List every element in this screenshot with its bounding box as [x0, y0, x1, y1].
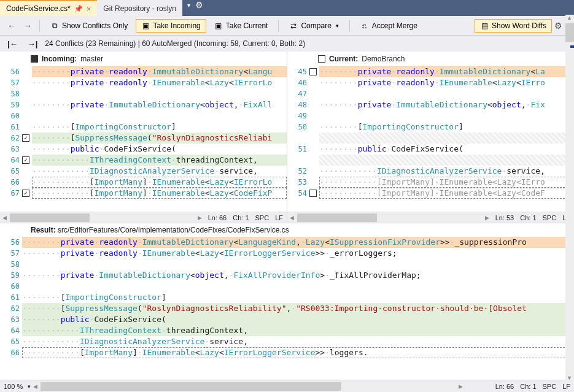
line-content: ········[ImportingConstructor]	[32, 121, 287, 133]
scroll-thumb[interactable]	[10, 213, 90, 222]
show-conflicts-button[interactable]: ⧉Show Conflicts Only	[45, 19, 133, 33]
line-content: ········private·ImmutableDictionary<obje…	[22, 270, 574, 281]
tab-label: Git Repository - roslyn	[103, 4, 176, 13]
accept-merge-button[interactable]: ⎌Accept Merge	[355, 19, 423, 33]
compare-button[interactable]: ⇄Compare▾	[284, 19, 344, 33]
take-current-button[interactable]: ▣Take Current	[209, 19, 274, 33]
select-all-incoming-checkbox[interactable]	[31, 55, 38, 63]
forward-button[interactable]: →	[21, 20, 34, 32]
line-content: ········private·ImmutableDictionary<obje…	[32, 99, 287, 110]
line-content: ········[SuppressMessage("RoslynDiagnost…	[22, 303, 574, 314]
take-incoming-button[interactable]: ▣Take Incoming	[136, 19, 206, 33]
code-line[interactable]: 59········private·ImmutableDictionary<ob…	[0, 99, 287, 110]
scroll-thumb[interactable]	[297, 213, 377, 222]
select-all-current-checkbox[interactable]	[318, 55, 325, 63]
result-path: src/EditorFeatures/Core/Implementation/C…	[58, 226, 289, 234]
hscrollbar[interactable]	[2, 213, 202, 222]
code-line[interactable]: 63········public·CodeFixService(	[0, 144, 287, 155]
incoming-pane: Incoming: master 56········private·reado…	[0, 52, 287, 223]
scroll-thumb[interactable]	[41, 382, 341, 391]
line-content: ············[ImportMany]·IEnumerable<Laz…	[22, 347, 574, 358]
tabs-spacer: ▾ ⚙	[182, 0, 574, 16]
code-line[interactable]: 60	[0, 110, 287, 121]
code-line[interactable]: 56········private·readonly·ImmutableDict…	[0, 237, 574, 248]
code-line[interactable]: 45········private·readonly·ImmutableDict…	[287, 66, 574, 77]
code-line[interactable]: 53············[ImportMany]·IEnumerable<L…	[287, 177, 574, 188]
code-line[interactable]: 46········private·readonly·IEnumerable<L…	[287, 77, 574, 88]
code-line[interactable]: 58	[0, 88, 287, 99]
code-line[interactable]: 62········[SuppressMessage("RoslynDiagno…	[0, 133, 287, 144]
code-line[interactable]: 61········[ImportingConstructor]	[0, 121, 287, 133]
line-checkbox[interactable]	[22, 156, 29, 164]
line-content: ········private·readonly·IEnumerable<Laz…	[32, 77, 287, 88]
code-line[interactable]: 66············[ImportMany]·IEnumerable<L…	[0, 347, 574, 358]
code-line[interactable]: 63········public·CodeFixService(	[0, 314, 574, 325]
gear-icon[interactable]: ⚙	[195, 0, 203, 10]
line-number: 53	[287, 177, 309, 188]
chevron-down-icon[interactable]: ▾	[28, 383, 31, 390]
line-checkbox-col	[309, 68, 319, 75]
first-conflict-button[interactable]: |←	[5, 38, 20, 50]
line-number: 63	[0, 144, 22, 155]
code-line[interactable]: 51········public·CodeFixService(	[287, 144, 574, 155]
code-line[interactable]: 62········[SuppressMessage("RoslynDiagno…	[0, 303, 574, 314]
zoom-level[interactable]: 100 %	[0, 383, 26, 390]
code-line[interactable]	[287, 133, 574, 144]
line-content: ············IDiagnosticAnalyzerService·s…	[319, 166, 574, 177]
code-line[interactable]: 67············[ImportMany]·IEnumerable<L…	[0, 188, 287, 199]
code-line[interactable]: 57········private·readonly·IEnumerable<L…	[0, 248, 574, 259]
code-line[interactable]: 64············IThreadingContext·threadin…	[0, 155, 287, 166]
code-line[interactable]: 47	[287, 88, 574, 99]
line-number: 49	[287, 110, 309, 121]
result-code[interactable]: 56········private·readonly·ImmutableDict…	[0, 237, 574, 380]
btn-label: Compare	[301, 21, 331, 30]
line-checkbox-col	[22, 156, 32, 164]
code-line[interactable]: 57········private·readonly·IEnumerable<L…	[0, 77, 287, 88]
code-line[interactable]: 64············IThreadingContext·threadin…	[0, 325, 574, 336]
pin-icon[interactable]: 📌	[74, 5, 83, 13]
line-checkbox[interactable]	[309, 68, 317, 75]
line-number: 64	[0, 155, 22, 166]
code-line[interactable]: 48········private·ImmutableDictionary<ob…	[287, 99, 574, 110]
incoming-code[interactable]: 56········private·readonly·ImmutableDict…	[0, 66, 287, 212]
code-line[interactable]: 50········[ImportingConstructor]	[287, 121, 574, 133]
line-checkbox[interactable]	[309, 190, 317, 197]
code-line[interactable]: 56········private·readonly·ImmutableDict…	[0, 66, 287, 77]
merge-panes: Incoming: master 56········private·reado…	[0, 52, 574, 380]
line-content: ········public·CodeFixService(	[22, 314, 574, 325]
gear-icon[interactable]: ⚙	[554, 21, 562, 31]
chevron-down-icon[interactable]: ▾	[187, 2, 190, 9]
next-conflict-button[interactable]: →|	[25, 38, 41, 50]
line-content: ············IDiagnosticAnalyzerService·s…	[32, 166, 287, 177]
line-checkbox[interactable]	[22, 134, 29, 142]
line-checkbox[interactable]	[22, 190, 29, 197]
tab-active-file[interactable]: CodeFixService.cs* 📌 ×	[0, 0, 97, 16]
code-line[interactable]: 59········private·ImmutableDictionary<ob…	[0, 270, 574, 281]
code-line[interactable]: 61········[ImportingConstructor]	[0, 292, 574, 303]
line-content: ········private·readonly·IEnumerable<Laz…	[22, 248, 574, 259]
line-content: ········private·readonly·ImmutableDictio…	[32, 66, 287, 77]
current-code[interactable]: 45········private·readonly·ImmutableDict…	[287, 66, 574, 212]
ch-indicator: Ch: 1	[233, 214, 249, 221]
line-number: 65	[0, 336, 22, 347]
line-content: ········private·readonly·ImmutableDictio…	[22, 237, 574, 248]
hscrollbar[interactable]	[290, 213, 489, 222]
hscrollbar[interactable]	[33, 382, 463, 391]
line-number: 47	[287, 88, 309, 99]
conflicts-icon: ⧉	[50, 21, 59, 30]
close-icon[interactable]: ×	[87, 4, 91, 13]
code-line[interactable]: 65············IDiagnosticAnalyzerService…	[0, 336, 574, 347]
line-content: ········[ImportingConstructor]	[22, 292, 574, 303]
code-line[interactable]: 49	[287, 110, 574, 121]
code-line[interactable]: 54············[ImportMany]·IEnumerable<L…	[287, 188, 574, 199]
code-line[interactable]: 52············IDiagnosticAnalyzerService…	[287, 166, 574, 177]
code-line[interactable]	[287, 155, 574, 166]
code-line[interactable]: 66············[ImportMany]·IEnumerable<L…	[0, 177, 287, 188]
code-line[interactable]: 58	[0, 259, 574, 270]
code-line[interactable]: 65············IDiagnosticAnalyzerService…	[0, 166, 287, 177]
vscrollbar[interactable]	[565, 223, 574, 380]
show-word-diffs-button[interactable]: ▤Show Word Diffs	[475, 19, 552, 33]
tab-git-repo[interactable]: Git Repository - roslyn	[97, 0, 182, 16]
back-button[interactable]: ←	[5, 20, 18, 32]
code-line[interactable]: 60	[0, 281, 574, 292]
